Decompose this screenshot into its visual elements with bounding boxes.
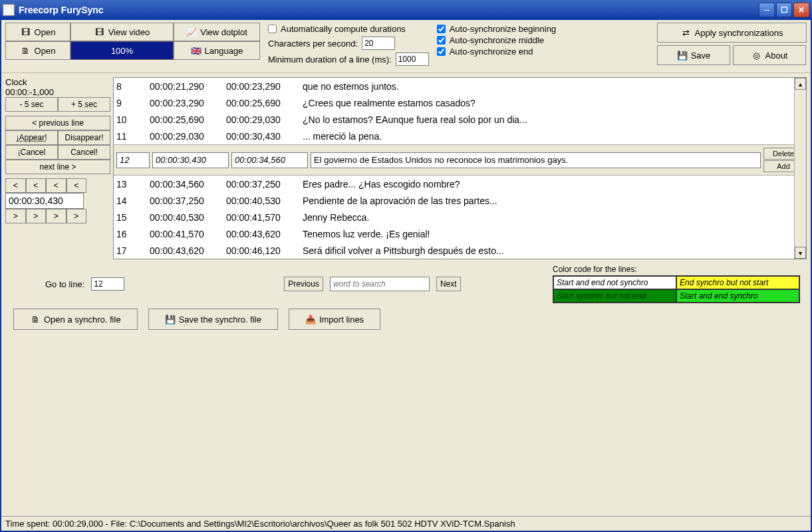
legend-cell-none: Start and end not synchro: [553, 276, 676, 289]
line-end: 00:00:46,120: [226, 245, 303, 256]
editor-start-time[interactable]: [152, 152, 229, 168]
language-label: Language: [205, 46, 243, 56]
cancel-appear-button[interactable]: ¡Cancel: [5, 145, 58, 160]
vertical-scrollbar[interactable]: ▴ ▾: [794, 78, 806, 259]
open-synchro-button[interactable]: 🗎 Open a synchro. file: [13, 309, 138, 330]
scroll-track[interactable]: [795, 90, 806, 247]
rewind-2-button[interactable]: <: [46, 178, 67, 193]
autosync-begin-checkbox[interactable]: [437, 25, 446, 33]
legend-cell-start-only: Start synchro but not end: [553, 289, 676, 303]
line-text: ¿Crees que realmente estamos casados?: [303, 98, 803, 108]
window-titlebar: ◎ Freecorp FurySync ─ ☐ ✕: [0, 0, 812, 20]
language-button[interactable]: 🇬🇧 Language: [174, 41, 260, 60]
minimize-button[interactable]: ─: [759, 3, 775, 17]
flag-icon: 🇬🇧: [191, 45, 202, 56]
import-icon: 📥: [305, 314, 316, 325]
search-prev-button[interactable]: Previous: [284, 277, 323, 291]
forward-4-button[interactable]: >: [67, 209, 87, 223]
editor-line-number[interactable]: [116, 152, 150, 168]
line-number: 8: [116, 81, 150, 92]
table-row[interactable]: 1400:00:37,25000:00:40,530Pendiente de l…: [114, 192, 806, 209]
table-row[interactable]: 800:00:21,29000:00:23,290que no estemos …: [114, 78, 806, 94]
rewind-1-button[interactable]: <: [67, 178, 87, 193]
auto-compute-label: Automatically compute durations: [281, 24, 406, 34]
scroll-down-button[interactable]: ▾: [795, 247, 806, 259]
next-line-button[interactable]: next line >: [5, 160, 110, 174]
search-next-button[interactable]: Next: [436, 277, 461, 291]
open-file-label: Open: [35, 46, 56, 56]
line-text: ¿No lo estamos? EAunque fuera real solo …: [303, 114, 803, 125]
table-row[interactable]: 1700:00:43,62000:00:46,120Será dificil v…: [114, 242, 806, 259]
view-dotplot-button[interactable]: 📈 View dotplot: [174, 23, 260, 41]
import-lines-button[interactable]: 📥 Import lines: [289, 309, 380, 330]
min-duration-label: Minimum duration of a line (ms):: [268, 55, 392, 65]
line-end: 00:00:25,690: [226, 98, 303, 108]
line-number: 13: [116, 179, 150, 190]
rewind-4-button[interactable]: <: [5, 178, 26, 193]
line-start: 00:00:25,690: [150, 114, 226, 125]
minus-5sec-button[interactable]: - 5 sec: [5, 97, 58, 112]
auto-compute-checkbox[interactable]: [268, 25, 277, 33]
cancel-disappear-button[interactable]: Cancel!: [58, 145, 110, 160]
autosync-end-label: Auto-synchronize end: [450, 47, 533, 57]
line-end: 00:00:37,250: [226, 179, 303, 190]
open-video-label: Open: [35, 27, 56, 37]
table-row[interactable]: 1500:00:40,53000:00:41,570Jenny Rebecca.: [114, 209, 806, 225]
line-end: 00:00:43,620: [226, 229, 303, 239]
open-file-button[interactable]: 🗎 Open: [5, 41, 70, 60]
clock-label: Clock: [5, 77, 110, 87]
line-start: 00:00:34,560: [150, 179, 226, 190]
chart-icon: 📈: [186, 27, 197, 37]
close-button[interactable]: ✕: [793, 3, 809, 17]
goto-input[interactable]: [91, 277, 124, 291]
search-input[interactable]: [330, 277, 430, 291]
editor-text[interactable]: [311, 152, 761, 168]
autosync-middle-checkbox[interactable]: [437, 36, 446, 45]
save-button[interactable]: 💾 Save: [657, 45, 730, 65]
table-row[interactable]: 1000:00:25,69000:00:29,030¿No lo estamos…: [114, 111, 806, 128]
editor-end-time[interactable]: [231, 152, 308, 168]
line-end: 00:00:29,030: [226, 114, 303, 125]
table-row[interactable]: 900:00:23,29000:00:25,690¿Crees que real…: [114, 94, 806, 111]
forward-3-button[interactable]: >: [46, 209, 67, 223]
top-toolbar: 🎞 Open 🎞 View video 📈 View dotplot 🗎 Ope…: [1, 20, 811, 73]
view-video-button[interactable]: 🎞 View video: [70, 23, 174, 41]
line-number: 10: [116, 114, 150, 125]
autosync-begin-label: Auto-synchronize beginning: [450, 24, 556, 34]
view-dotplot-label: View dotplot: [200, 27, 247, 37]
maximize-button[interactable]: ☐: [776, 3, 792, 17]
apply-sync-label: Apply synchronizations: [695, 28, 783, 38]
cps-input[interactable]: [362, 37, 395, 50]
apply-sync-button[interactable]: ⇄ Apply synchronizations: [657, 23, 807, 43]
scroll-up-button[interactable]: ▴: [795, 78, 806, 90]
table-row[interactable]: 1600:00:41,57000:00:43,620Tenemos luz ve…: [114, 225, 806, 242]
line-start: 00:00:37,250: [150, 196, 226, 206]
open-video-button[interactable]: 🎞 Open: [5, 23, 70, 41]
forward-2-button[interactable]: >: [26, 209, 47, 223]
appear-button[interactable]: ¡Appear!: [5, 130, 58, 145]
disappear-button[interactable]: Disappear!: [58, 130, 110, 145]
autosync-end-checkbox[interactable]: [437, 47, 446, 56]
table-row[interactable]: 1100:00:29,03000:00:30,430... mereció la…: [114, 128, 806, 144]
rewind-3-button[interactable]: <: [26, 178, 47, 193]
line-text: Será dificil volver a Pittsburgh después…: [303, 245, 803, 256]
min-duration-input[interactable]: [396, 53, 429, 66]
previous-line-button[interactable]: < previous line: [5, 116, 110, 130]
line-end: 00:00:23,290: [226, 81, 303, 92]
forward-1-button[interactable]: >: [5, 209, 26, 223]
line-text: Jenny Rebecca.: [303, 212, 803, 223]
save-icon: 💾: [677, 50, 688, 61]
about-button[interactable]: ◎ About: [733, 45, 806, 65]
table-row[interactable]: 1300:00:34,56000:00:37,250Eres padre... …: [114, 176, 806, 192]
line-text: Pendiente de la aprovación de las tres p…: [303, 196, 803, 206]
film-icon: 🎞: [21, 27, 31, 37]
line-number: 17: [116, 245, 150, 256]
save-synchro-button[interactable]: 💾 Save the synchro. file: [148, 309, 278, 330]
plus-5sec-button[interactable]: + 5 sec: [58, 97, 110, 112]
save-synchro-label: Save the synchro. file: [179, 315, 261, 325]
autosync-options: Auto-synchronize beginning Auto-synchron…: [437, 24, 556, 57]
view-video-label: View video: [108, 27, 150, 37]
current-time-input[interactable]: [5, 193, 84, 209]
progress-value: 100%: [111, 46, 133, 56]
line-number: 11: [116, 131, 150, 142]
